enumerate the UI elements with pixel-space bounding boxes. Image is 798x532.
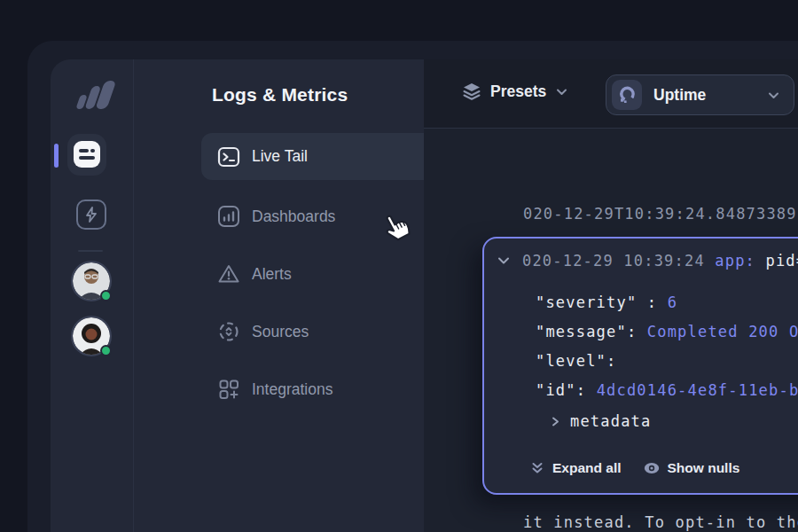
nav-item-dashboards[interactable]: Dashboards — [217, 203, 335, 230]
log-card-header[interactable]: 020-12-29 10:39:24 app: pid=238 — [497, 252, 798, 270]
presence-dot-user-2 — [100, 345, 112, 356]
log-timestamp: 020-12-29 10:39:24 — [522, 252, 715, 270]
field-colon: : — [576, 381, 597, 399]
log-line[interactable]: 020-12-29T10:39:24.848733891Z ap — [523, 205, 798, 223]
chevron-down-icon — [766, 88, 781, 103]
app-window: Logs & Metrics Live Tail Dashboards Aler — [51, 59, 798, 532]
presets-label: Presets — [490, 82, 546, 101]
dataset-logo-chip — [612, 80, 642, 110]
icon-rail — [51, 59, 134, 532]
field-colon: : — [627, 323, 647, 340]
nav-item-label: Alerts — [252, 265, 292, 284]
layers-icon — [461, 81, 482, 102]
log-summary-text: pid=238 — [765, 252, 798, 270]
chevron-down-icon — [554, 84, 569, 99]
log-card-footer: Expand all Show nulls — [529, 460, 739, 476]
field-key: "severity" — [536, 293, 637, 311]
presets-dropdown[interactable]: Presets — [461, 81, 569, 102]
rail-item-logs[interactable] — [67, 134, 106, 176]
nav-item-integrations[interactable]: Integrations — [217, 376, 332, 403]
log-source: app: — [715, 252, 765, 270]
dataset-label: Uptime — [653, 86, 766, 105]
terminal-icon — [217, 145, 240, 168]
field-colon: : — [606, 352, 616, 370]
expand-all-button[interactable]: Expand all — [529, 460, 622, 476]
chevron-right-icon — [550, 416, 561, 427]
log-timestamp: 020-12-29T10:39:24.848733891Z — [523, 205, 798, 223]
show-nulls-label: Show nulls — [668, 460, 740, 476]
log-card-summary: 020-12-29 10:39:24 app: pid=238 — [522, 252, 798, 270]
log-lines-icon — [74, 141, 100, 168]
nav-sidebar: Logs & Metrics Live Tail Dashboards Aler — [135, 59, 424, 532]
expand-all-label: Expand all — [552, 460, 622, 476]
warning-triangle-icon — [217, 262, 240, 286]
sources-dashed-circle-icon — [217, 320, 240, 343]
field-key: "message" — [536, 323, 627, 340]
metadata-expand-row[interactable]: metadata — [550, 412, 651, 430]
field-severity[interactable]: "severity" : 6 — [536, 293, 677, 311]
field-colon: : — [637, 293, 667, 311]
field-value: 4dcd0146-4e8f-11eb-bfd6 — [597, 381, 798, 399]
log-stream: 020-12-29T10:39:24.848733891Z ap 020-12-… — [424, 129, 798, 532]
lightning-icon — [84, 207, 98, 223]
field-value: 6 — [668, 293, 677, 311]
dataset-dropdown[interactable]: Uptime — [606, 74, 794, 115]
nav-item-live-tail[interactable]: Live Tail — [201, 133, 457, 180]
field-value: Completed 200 OK i — [647, 323, 798, 340]
nav-item-alerts[interactable]: Alerts — [217, 261, 292, 287]
field-key: "id" — [536, 381, 576, 399]
double-chevron-down-icon — [529, 460, 545, 476]
active-rail-indicator — [54, 144, 59, 168]
nav-item-sources[interactable]: Sources — [217, 318, 309, 345]
field-level[interactable]: "level": — [536, 352, 616, 370]
bar-chart-icon — [217, 205, 240, 228]
presence-dot-user-1 — [100, 290, 112, 301]
rail-item-lightning[interactable] — [76, 200, 106, 230]
nav-item-label: Dashboards — [252, 207, 335, 226]
topbar: Presets Uptime — [424, 59, 798, 129]
nav-item-label: Sources — [252, 323, 309, 341]
field-message[interactable]: "message": Completed 200 OK i — [536, 323, 798, 340]
field-key: "level" — [536, 352, 606, 370]
digitalocean-swirl-icon — [616, 84, 638, 106]
field-id[interactable]: "id": 4dcd0146-4e8f-11eb-bfd6 — [536, 381, 798, 399]
page-title: Logs & Metrics — [212, 84, 348, 106]
metadata-label: metadata — [570, 412, 651, 430]
expanded-log-card: 020-12-29 10:39:24 app: pid=238 "severit… — [482, 237, 798, 495]
show-nulls-button[interactable]: Show nulls — [643, 460, 740, 476]
integrations-grid-plus-icon — [217, 378, 240, 401]
nav-item-label: Integrations — [252, 380, 332, 399]
eye-icon — [643, 461, 661, 475]
app-logo-icon[interactable] — [74, 79, 116, 113]
hand-cursor — [377, 207, 414, 244]
rail-divider — [78, 250, 103, 252]
log-line[interactable]: it instead. To opt-in to the new — [523, 513, 798, 531]
nav-item-label: Live Tail — [252, 147, 308, 166]
collapse-chevron-icon[interactable] — [497, 254, 511, 268]
